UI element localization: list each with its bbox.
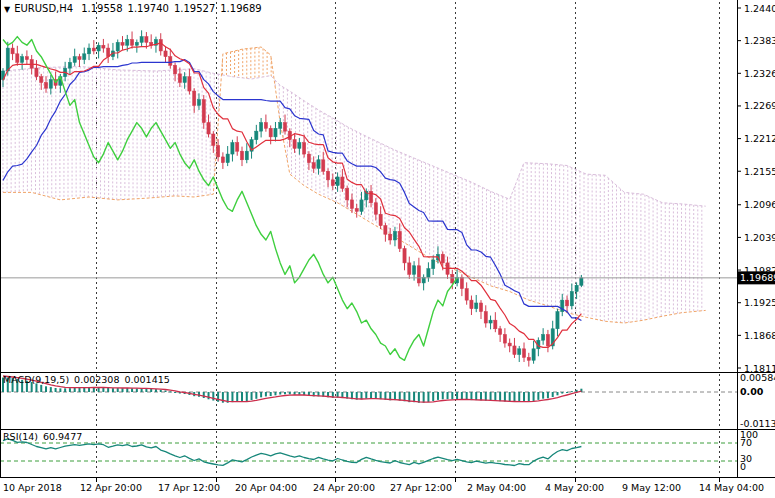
macd-histogram-bar (165, 390, 167, 392)
candle-body (408, 263, 411, 274)
macd-histogram-bar (260, 392, 262, 397)
time-axis-label: 17 Apr 12:00 (158, 482, 220, 493)
candle-body (44, 82, 47, 88)
candle-body (479, 303, 482, 312)
macd-histogram-bar (547, 392, 549, 398)
candle-body (49, 80, 52, 89)
candle-body (374, 203, 377, 214)
macd-histogram-bar (494, 392, 496, 401)
macd-histogram-bar (499, 392, 501, 401)
candle-body (245, 151, 248, 160)
macd-histogram-bar (523, 392, 525, 402)
candle-body (494, 320, 497, 329)
candle-body (73, 57, 76, 63)
time-axis-label: 20 Apr 04:00 (235, 482, 297, 493)
candle-body (40, 77, 43, 83)
candle-body (92, 48, 95, 51)
candle-body (279, 123, 282, 129)
trading-chart-window: 1.244001.238301.232601.226901.221201.215… (0, 0, 775, 498)
macd-histogram-bar (174, 392, 176, 393)
candle-body (25, 57, 28, 60)
price-tick-label: 1.21550 (744, 166, 775, 177)
macd-histogram-bar (485, 392, 487, 401)
macd-histogram-bar (251, 392, 253, 400)
macd-histogram-bar (279, 392, 281, 395)
candle-body (570, 292, 573, 306)
macd-histogram-bar (566, 392, 568, 393)
price-tick-label: 1.22690 (744, 100, 775, 111)
macd-histogram-bar (413, 392, 415, 402)
chart-title: ▼EURUSD,H41.195581.197401.195271.19689 (4, 3, 267, 14)
macd-histogram-bar (480, 392, 482, 400)
candle-body (427, 269, 430, 278)
candle-body (556, 312, 559, 329)
macd-histogram-bar (442, 392, 444, 399)
candle-body (298, 143, 301, 149)
candle-body (546, 334, 549, 345)
symbol-dropdown-arrow-icon[interactable]: ▼ (4, 5, 10, 14)
macd-histogram-bar (274, 392, 276, 395)
candle-body (97, 45, 100, 51)
ohlc-open: 1.19558 (81, 3, 122, 14)
time-axis-label: 27 Apr 12:00 (390, 482, 452, 493)
macd-histogram-bar (208, 392, 210, 399)
candle-body (307, 154, 310, 163)
candle-body (393, 231, 396, 240)
macd-histogram-bar (490, 392, 492, 401)
candle-body (236, 143, 239, 152)
candle-body (336, 177, 339, 186)
candle-body (293, 140, 296, 149)
macd-histogram-bar (533, 392, 535, 401)
candle-body (260, 123, 263, 132)
time-axis-label: 2 May 04:00 (467, 482, 526, 493)
candle-body (221, 157, 224, 163)
macd-histogram-bar (241, 392, 243, 402)
macd-histogram-bar (55, 388, 57, 392)
candle-body (360, 200, 363, 211)
candle-body (412, 266, 415, 275)
candle-body (217, 145, 220, 156)
candle-body (346, 188, 349, 199)
macd-histogram-bar (59, 388, 61, 392)
candle-body (202, 100, 205, 123)
macd-histogram-bar (236, 392, 238, 402)
candle-body (527, 357, 530, 360)
macd-histogram-bar (537, 392, 539, 400)
candle-body (135, 42, 138, 45)
candle-body (326, 171, 329, 180)
macd-axis-label: -0.011387 (740, 418, 775, 429)
ohlc-high: 1.19740 (128, 3, 169, 14)
candle-body (188, 77, 191, 91)
macd-histogram-bar (518, 392, 520, 402)
candle-body (470, 300, 473, 309)
macd-histogram-bar (451, 392, 453, 399)
candle-body (193, 91, 196, 105)
candle-body (197, 100, 200, 106)
candle-body (164, 51, 167, 57)
candle-body (417, 266, 420, 283)
ohlc-low: 1.19527 (174, 3, 215, 14)
candle-body (317, 160, 320, 169)
macd-histogram-bar (131, 388, 133, 392)
macd-histogram-bar (117, 388, 119, 392)
chart-canvas[interactable]: 1.244001.238301.232601.226901.221201.215… (0, 0, 775, 498)
macd-histogram-bar (45, 386, 47, 392)
macd-histogram-bar (461, 392, 463, 399)
time-axis-label: 24 Apr 20:00 (313, 482, 375, 493)
candle-body (532, 349, 535, 360)
rsi-axis-label: 70 (740, 437, 752, 448)
time-axis-label: 14 May 04:00 (699, 482, 764, 493)
price-tick-label: 1.19255 (744, 297, 775, 308)
candle-body (575, 285, 578, 291)
candle-body (389, 234, 392, 240)
candle-body (475, 303, 478, 309)
macd-histogram-bar (437, 392, 439, 400)
candle-body (178, 74, 181, 83)
candle-body (460, 277, 463, 288)
candle-body (503, 334, 506, 343)
macd-histogram-bar (571, 391, 573, 392)
rsi-value: 60.9477 (43, 431, 82, 442)
macd-histogram-bar (289, 392, 291, 394)
candle-body (580, 278, 583, 286)
candle-body (341, 177, 344, 188)
